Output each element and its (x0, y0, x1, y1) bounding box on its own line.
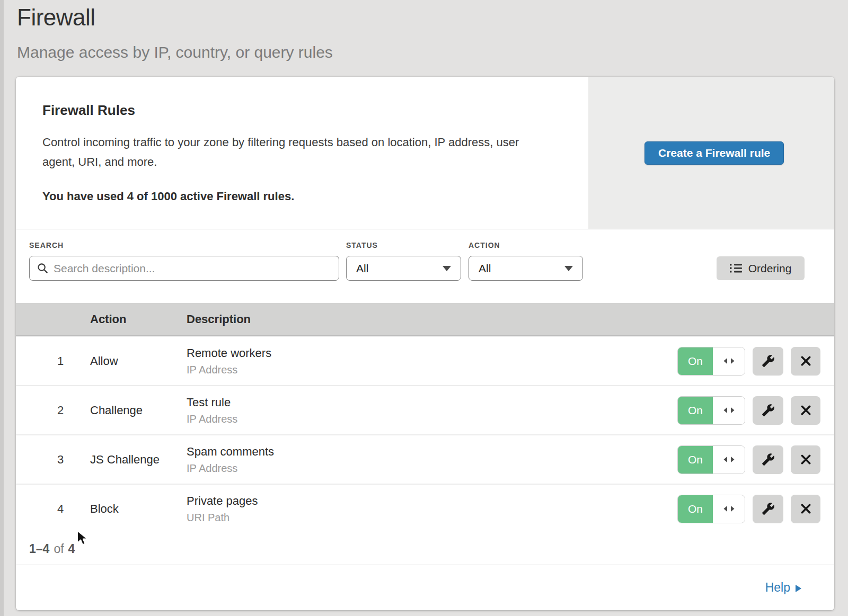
rule-priority: 3 (16, 453, 71, 467)
rule-description: Private pages URI Path (187, 494, 677, 524)
rule-controls: On (677, 347, 820, 376)
overview-action-panel: Create a Firewall rule (588, 77, 834, 229)
rule-priority: 2 (16, 404, 71, 417)
overview-text: Firewall Rules Control incoming traffic … (16, 77, 588, 229)
delete-rule-button[interactable] (791, 445, 820, 474)
rule-description: Test rule IP Address (187, 396, 677, 425)
table-row: 1 Allow Remote workers IP Address On (16, 336, 834, 385)
edit-rule-button[interactable] (753, 396, 783, 425)
pagination-of: of (54, 542, 64, 556)
close-icon (800, 355, 811, 367)
left-right-arrows-icon (723, 357, 735, 365)
rule-description-title: Remote workers (187, 346, 677, 360)
action-label: ACTION (469, 241, 500, 249)
table-row: 4 Block Private pages URI Path On (16, 484, 834, 533)
toggle-handle[interactable] (713, 347, 745, 375)
action-select-value: All (479, 262, 491, 275)
search-label: SEARCH (29, 241, 64, 249)
filters-section: SEARCH STATUS All ACTION All (16, 229, 834, 303)
overview-section: Firewall Rules Control incoming traffic … (16, 77, 834, 229)
action-column-header: Action (90, 313, 187, 326)
left-right-arrows-icon (723, 406, 735, 414)
toggle-handle[interactable] (713, 397, 745, 424)
ordering-button[interactable]: Ordering (717, 256, 805, 280)
toggle-handle[interactable] (713, 446, 745, 474)
rule-priority: 4 (16, 502, 71, 516)
close-icon (800, 503, 811, 514)
edit-rule-button[interactable] (753, 495, 783, 523)
rule-description: Remote workers IP Address (187, 346, 677, 376)
edit-rule-button[interactable] (753, 347, 783, 376)
search-icon (37, 263, 48, 274)
rule-controls: On (677, 445, 820, 474)
table-row: 2 Challenge Test rule IP Address On (16, 385, 834, 434)
close-icon (800, 454, 811, 465)
pagination-total: 4 (68, 542, 75, 556)
section-heading: Firewall Rules (42, 102, 556, 119)
table-header: Action Description (16, 303, 834, 336)
ordering-button-label: Ordering (748, 262, 792, 275)
status-select-value: All (356, 262, 368, 275)
rule-enabled-toggle[interactable]: On (677, 495, 745, 523)
arrow-right-icon (796, 585, 801, 592)
rule-match-type: IP Address (187, 462, 677, 475)
rule-controls: On (677, 396, 820, 425)
rule-action: JS Challenge (90, 453, 187, 467)
toggle-on-label: On (678, 397, 713, 424)
status-select[interactable]: All (346, 256, 461, 281)
left-right-arrows-icon (723, 456, 735, 463)
action-select[interactable]: All (469, 256, 583, 281)
rule-enabled-toggle[interactable]: On (677, 396, 745, 425)
rule-match-type: URI Path (187, 512, 677, 524)
rule-controls: On (677, 495, 820, 523)
window-edge (0, 0, 4, 616)
rule-priority: 1 (16, 354, 71, 368)
description-column-header: Description (187, 313, 834, 326)
create-firewall-rule-button[interactable]: Create a Firewall rule (644, 141, 784, 165)
rule-match-type: IP Address (187, 413, 677, 425)
ordered-list-icon (730, 263, 742, 273)
rule-match-type: IP Address (187, 364, 677, 376)
delete-rule-button[interactable] (791, 396, 820, 425)
rule-description: Spam comments IP Address (187, 445, 677, 475)
rule-enabled-toggle[interactable]: On (677, 347, 745, 376)
search-box (29, 256, 339, 281)
delete-rule-button[interactable] (791, 347, 820, 376)
page-title: Firewall (17, 4, 333, 31)
toggle-on-label: On (678, 495, 713, 523)
pagination-range: 1–4 (29, 542, 49, 556)
rule-action: Challenge (90, 404, 187, 417)
usage-summary: You have used 4 of 1000 active Firewall … (42, 190, 556, 203)
page-header: Firewall Manage access by IP, country, o… (17, 4, 333, 61)
help-row: Help (16, 565, 834, 610)
rule-description-title: Private pages (187, 494, 677, 508)
toggle-on-label: On (678, 446, 713, 474)
chevron-down-icon (443, 266, 451, 271)
help-link-label: Help (765, 581, 790, 595)
delete-rule-button[interactable] (791, 495, 820, 523)
rule-description-title: Test rule (187, 396, 677, 409)
edit-rule-button[interactable] (753, 445, 783, 474)
help-link[interactable]: Help (765, 581, 801, 595)
section-description: Control incoming traffic to your zone by… (42, 132, 551, 172)
rule-action: Allow (90, 354, 187, 368)
wrench-icon (762, 502, 775, 515)
close-icon (800, 405, 811, 416)
left-right-arrows-icon (723, 505, 735, 513)
search-input[interactable] (54, 262, 331, 275)
wrench-icon (762, 404, 775, 417)
firewall-rules-card: Firewall Rules Control incoming traffic … (16, 77, 834, 610)
rule-action: Block (90, 502, 187, 516)
table-row: 3 JS Challenge Spam comments IP Address … (16, 434, 834, 484)
chevron-down-icon (564, 266, 573, 271)
pagination: 1–4 of 4 (16, 533, 834, 565)
wrench-icon (762, 354, 775, 368)
toggle-on-label: On (678, 347, 713, 375)
rule-description-title: Spam comments (187, 445, 677, 459)
status-label: STATUS (346, 241, 378, 249)
wrench-icon (762, 453, 775, 466)
rule-enabled-toggle[interactable]: On (677, 445, 745, 474)
page-subtitle: Manage access by IP, country, or query r… (17, 43, 333, 61)
toggle-handle[interactable] (713, 495, 745, 523)
